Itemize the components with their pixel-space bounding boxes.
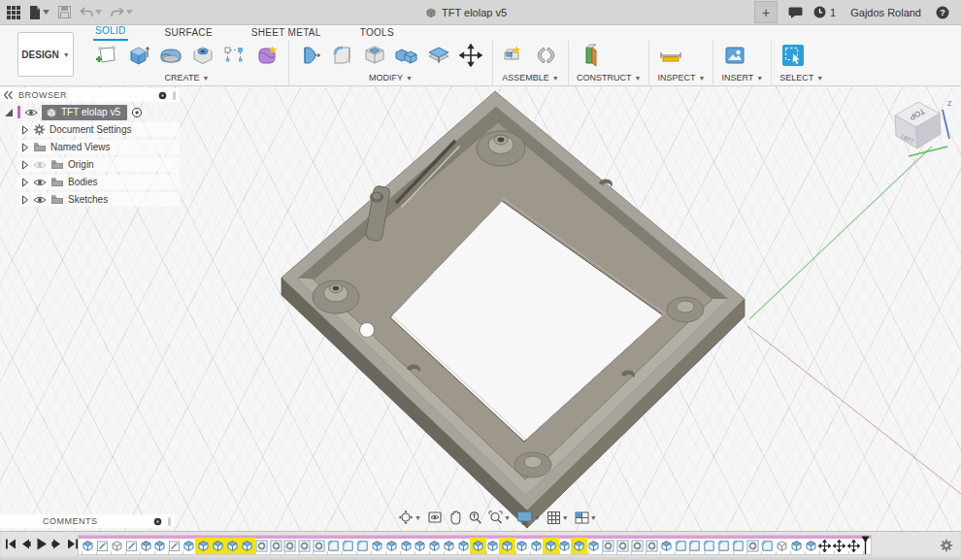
- tab-tools[interactable]: TOOLS: [358, 25, 396, 41]
- combine-button[interactable]: [393, 42, 420, 69]
- extrude-button[interactable]: [125, 42, 152, 69]
- select-button[interactable]: [779, 42, 807, 69]
- timeline-playhead[interactable]: [861, 536, 870, 555]
- assemble-menu[interactable]: ASSEMBLE▼: [501, 73, 560, 82]
- create-form-button[interactable]: [253, 42, 281, 69]
- grid-snaps-button[interactable]: ▼: [547, 511, 569, 525]
- fit-button[interactable]: ▼: [488, 511, 511, 525]
- browser-header[interactable]: BROWSER: [0, 88, 180, 102]
- file-menu-button[interactable]: [29, 6, 50, 19]
- viewcube-z-label: Z: [947, 100, 952, 107]
- select-menu[interactable]: SELECT▼: [779, 73, 823, 82]
- folder-icon: [33, 142, 47, 152]
- visibility-eye-icon[interactable]: [33, 178, 47, 187]
- visibility-eye-icon[interactable]: [24, 108, 38, 117]
- visibility-eye-off-icon[interactable]: [33, 160, 47, 170]
- browser-item-bodies[interactable]: Bodies: [17, 175, 180, 189]
- comments-header[interactable]: COMMENTS: [0, 514, 175, 528]
- go-to-start-button[interactable]: [4, 537, 17, 550]
- chevron-down-icon: ▼: [202, 75, 209, 82]
- redo-button[interactable]: [111, 7, 133, 18]
- press-pull-button[interactable]: [297, 42, 324, 69]
- item-label: Bodies: [68, 177, 98, 187]
- chevron-down-icon: ▼: [504, 514, 511, 521]
- tab-surface[interactable]: SURFACE: [163, 25, 215, 41]
- toolbar-group-create: CREATE▼: [85, 40, 289, 85]
- construct-menu[interactable]: CONSTRUCT▼: [577, 73, 641, 82]
- screw-boss-right: [667, 297, 704, 322]
- tab-sheet-metal[interactable]: SHEET METAL: [249, 25, 323, 41]
- expand-caret-icon[interactable]: [21, 143, 29, 152]
- chevron-down-icon: ▼: [552, 75, 559, 82]
- folder-icon: [50, 194, 64, 205]
- select-label: SELECT: [779, 73, 813, 82]
- step-forward-button[interactable]: [50, 537, 63, 550]
- pan-button[interactable]: [448, 511, 462, 525]
- joint-button[interactable]: [533, 42, 560, 69]
- workspace-selector[interactable]: DESIGN ▼: [17, 32, 74, 77]
- insert-canvas-button[interactable]: [721, 42, 748, 69]
- expand-caret-icon[interactable]: [21, 195, 29, 205]
- save-button[interactable]: [58, 6, 71, 18]
- svg-text:?: ?: [940, 8, 945, 17]
- notifications-button[interactable]: 1: [813, 6, 836, 18]
- expand-caret-icon[interactable]: [21, 160, 29, 170]
- visibility-eye-icon[interactable]: [33, 195, 47, 205]
- timeline-settings-gear-icon[interactable]: [940, 539, 953, 552]
- pattern-button[interactable]: [221, 42, 249, 69]
- shell-button[interactable]: [361, 42, 388, 69]
- user-name[interactable]: Gajdos Roland: [846, 7, 925, 18]
- panel-options-icon[interactable]: [158, 91, 167, 100]
- timeline-track[interactable]: [78, 535, 872, 555]
- 3d-viewport[interactable]: TOP LEFT Z BROWSER: [0, 86, 961, 532]
- chevron-down-icon: ▼: [590, 514, 597, 521]
- browser-item-named-views[interactable]: Named Views: [17, 140, 180, 154]
- create-menu[interactable]: CREATE▼: [93, 73, 281, 82]
- expand-caret-icon[interactable]: [4, 108, 14, 117]
- document-title: TFT elolap v5: [442, 7, 507, 18]
- root-component-label: TFT elolap v5: [61, 107, 120, 117]
- browser-item-origin[interactable]: Origin: [17, 157, 180, 172]
- timeline-play-controls: [4, 537, 79, 550]
- new-component-button[interactable]: [501, 42, 528, 69]
- view-cube[interactable]: TOP LEFT Z: [868, 90, 955, 166]
- new-tab-button[interactable]: +: [754, 1, 778, 23]
- construction-plane-button[interactable]: [577, 42, 604, 69]
- inspect-menu[interactable]: INSPECT▼: [657, 73, 705, 82]
- revolve-button[interactable]: [157, 42, 184, 69]
- play-button[interactable]: [35, 537, 48, 550]
- offset-face-button[interactable]: [425, 42, 452, 69]
- look-at-button[interactable]: [427, 511, 443, 524]
- collapse-panel-icon[interactable]: [4, 91, 13, 99]
- fillet-button[interactable]: [329, 42, 356, 69]
- item-label: Sketches: [68, 194, 108, 205]
- document-tab[interactable]: TFT elolap v5: [425, 0, 507, 24]
- zoom-button[interactable]: [468, 511, 482, 525]
- insert-menu[interactable]: INSERT▼: [721, 73, 763, 82]
- browser-root-row[interactable]: TFT elolap v5: [0, 105, 180, 119]
- comments-icon[interactable]: [788, 7, 803, 18]
- undo-button[interactable]: [80, 7, 102, 18]
- expand-caret-icon[interactable]: [21, 125, 29, 135]
- hole-button[interactable]: [189, 42, 216, 69]
- panel-grip[interactable]: [173, 91, 176, 100]
- help-icon[interactable]: ?: [936, 6, 949, 19]
- panel-options-icon[interactable]: [153, 517, 162, 526]
- display-settings-button[interactable]: ▼: [516, 511, 541, 525]
- orbit-button[interactable]: ▼: [398, 510, 421, 525]
- modify-menu[interactable]: MODIFY▼: [297, 73, 484, 82]
- viewports-button[interactable]: ▼: [575, 511, 597, 524]
- create-sketch-button[interactable]: [93, 42, 120, 69]
- move-copy-button[interactable]: [457, 42, 484, 69]
- inspect-label: INSPECT: [657, 73, 695, 82]
- tab-solid[interactable]: SOLID: [93, 23, 128, 41]
- app-grid-icon[interactable]: [7, 6, 20, 19]
- measure-button[interactable]: [657, 42, 684, 69]
- activate-component-icon[interactable]: [131, 107, 143, 118]
- step-back-button[interactable]: [19, 537, 32, 550]
- browser-item-document-settings[interactable]: Document Settings: [17, 122, 180, 137]
- browser-item-sketches[interactable]: Sketches: [17, 192, 180, 207]
- panel-grip[interactable]: [168, 517, 171, 526]
- comments-title: COMMENTS: [4, 516, 148, 526]
- expand-caret-icon[interactable]: [21, 178, 29, 187]
